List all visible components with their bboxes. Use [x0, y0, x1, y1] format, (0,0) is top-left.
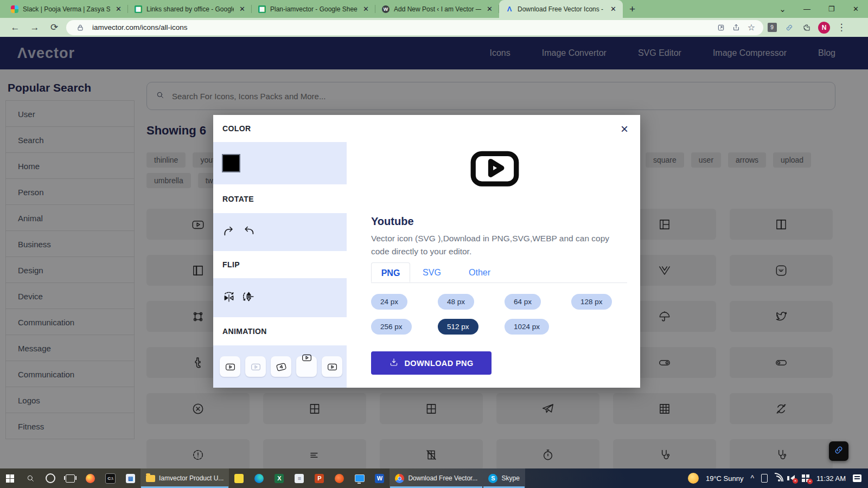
flip-horizontal-icon[interactable] [222, 290, 236, 306]
clock[interactable]: 11:32 AM [816, 474, 846, 483]
browser-tab[interactable]: ▦Links shared by office - Google S✕ [128, 0, 252, 18]
flip-vertical-icon[interactable] [241, 290, 256, 306]
animation-preview[interactable] [271, 356, 291, 377]
skype-taskbar-button[interactable]: S Skype [483, 468, 525, 488]
close-window-button[interactable]: ✕ [844, 5, 868, 13]
excel-taskbar-button[interactable]: X [269, 468, 289, 488]
volume-muted-icon[interactable] [790, 475, 795, 481]
new-tab-button[interactable]: + [629, 3, 635, 15]
animation-preview[interactable] [220, 356, 240, 377]
minimize-button[interactable]: — [795, 5, 819, 13]
firefox-taskbar-button[interactable] [80, 468, 100, 488]
powerpoint-taskbar-button[interactable]: P [309, 468, 329, 488]
phone-link-icon[interactable] [761, 474, 768, 483]
share-icon[interactable] [729, 23, 744, 32]
browser-tab-strip: Slack | Pooja Verma | Zasya Solut✕▦Links… [0, 0, 868, 18]
system-tray: 19°C Sunny ^ 11:32 AM [688, 473, 868, 484]
animation-preview[interactable] [322, 356, 342, 377]
notepad-taskbar-button[interactable]: ≡ [289, 468, 309, 488]
tab-title: Add New Post ‹ I am Vector — W [394, 5, 481, 13]
menu-dots-icon[interactable]: ⋮ [833, 22, 850, 33]
tray-chevron-icon[interactable]: ^ [750, 474, 754, 483]
terminal-icon: C:\ [105, 473, 116, 484]
link-extension-icon[interactable] [781, 23, 798, 32]
tab-search-chevron-icon[interactable]: ⌄ [770, 4, 795, 14]
mail-taskbar-button[interactable]: ▤ [120, 468, 141, 488]
rotate-right-icon[interactable] [222, 224, 236, 240]
weather-text[interactable]: 19°C Sunny [706, 474, 744, 483]
tab-close-icon[interactable]: ✕ [486, 5, 494, 13]
animation-preview[interactable] [245, 356, 266, 377]
word-taskbar-button[interactable]: W [369, 468, 390, 488]
office-icon [335, 474, 344, 483]
tab-close-icon[interactable]: ✕ [114, 5, 123, 13]
animation-preview[interactable] [296, 356, 317, 377]
size-pill-48px[interactable]: 48 px [438, 294, 474, 310]
display-taskbar-button[interactable] [349, 468, 369, 488]
slack-favicon [11, 5, 18, 13]
size-pill-128px[interactable]: 128 px [571, 294, 612, 310]
explorer-taskbar-button[interactable]: Iamvector Product U... [141, 468, 229, 488]
taskbar-search-button[interactable] [20, 468, 40, 488]
rotate-section-label: ROTATE [213, 184, 347, 213]
format-tab-svg[interactable]: SVG [410, 262, 454, 282]
sticky-notes-icon [234, 474, 244, 483]
tab-counter-extension-icon[interactable]: 9 [763, 23, 781, 32]
open-in-window-icon[interactable] [713, 23, 729, 32]
format-tab-png[interactable]: PNG [371, 262, 410, 282]
link-extension-fab[interactable] [829, 441, 848, 461]
rotate-options-row [213, 213, 347, 251]
start-button[interactable] [0, 468, 20, 488]
browser-tab[interactable]: ▦Plan-iamvector - Google Sheets✕ [252, 0, 375, 18]
edge-taskbar-button[interactable] [249, 468, 269, 488]
restore-button[interactable]: ❐ [819, 5, 844, 13]
reload-icon[interactable]: ⟳ [44, 22, 64, 33]
action-center-icon[interactable] [853, 474, 861, 482]
browser-tab[interactable]: ΛDownload Free Vector Icons - SV✕ [499, 0, 623, 18]
tab-close-icon[interactable]: ✕ [362, 5, 370, 13]
size-pill-64px[interactable]: 64 px [505, 294, 541, 310]
browser-tab[interactable]: WAdd New Post ‹ I am Vector — W✕ [375, 0, 499, 18]
wordpress-favicon: W [382, 5, 390, 13]
forward-icon[interactable]: → [25, 22, 44, 33]
chain-link-icon [833, 445, 844, 458]
wifi-icon[interactable] [775, 475, 783, 481]
tab-close-icon[interactable]: ✕ [238, 5, 246, 13]
folder-icon [146, 475, 155, 482]
size-pill-512px[interactable]: 512 px [438, 319, 478, 335]
rotate-left-icon[interactable] [241, 224, 256, 240]
tab-title: Slack | Pooja Verma | Zasya Solut [23, 5, 110, 13]
skype-window-label: Skype [501, 474, 519, 482]
format-tab-other[interactable]: Other [454, 262, 506, 282]
tab-close-icon[interactable]: ✕ [609, 5, 617, 13]
color-swatch-black[interactable] [222, 154, 240, 172]
tab-title: Links shared by office - Google S [146, 5, 234, 13]
firefox-icon [86, 474, 95, 483]
download-png-button[interactable]: DOWNLOAD PNG [371, 351, 492, 375]
size-pill-24px[interactable]: 24 px [371, 294, 407, 310]
format-tabs-divider [371, 282, 627, 283]
monitor-icon [355, 474, 365, 482]
chrome-taskbar-button[interactable]: Download Free Vector... [390, 468, 483, 488]
size-pill-256px[interactable]: 256 px [371, 319, 412, 335]
cortana-button[interactable] [40, 468, 60, 488]
task-view-button[interactable] [60, 468, 80, 488]
extensions-puzzle-icon[interactable] [798, 23, 815, 32]
address-bar[interactable]: iamvector.com/icons/all-icons ☆ [66, 20, 763, 35]
back-icon[interactable]: ← [5, 22, 25, 33]
cortana-icon [46, 473, 55, 483]
powerpoint-icon: P [315, 474, 324, 483]
sticky-notes-taskbar-button[interactable] [229, 468, 249, 488]
browser-tab[interactable]: Slack | Pooja Verma | Zasya Solut✕ [4, 0, 128, 18]
profile-avatar[interactable]: N [815, 22, 833, 34]
office-taskbar-button[interactable] [329, 468, 349, 488]
terminal-taskbar-button[interactable]: C:\ [100, 468, 120, 488]
teams-status-icon[interactable] [802, 474, 809, 482]
weather-sun-icon[interactable] [688, 473, 699, 484]
size-pill-1024px[interactable]: 1024 px [505, 319, 549, 335]
window-controls: ⌄ — ❐ ✕ [770, 0, 868, 18]
bookmark-star-icon[interactable]: ☆ [744, 22, 759, 33]
url-text[interactable]: iamvector.com/icons/all-icons [92, 23, 713, 31]
modal-close-icon[interactable]: × [621, 121, 628, 137]
explorer-window-label: Iamvector Product U... [159, 474, 224, 482]
